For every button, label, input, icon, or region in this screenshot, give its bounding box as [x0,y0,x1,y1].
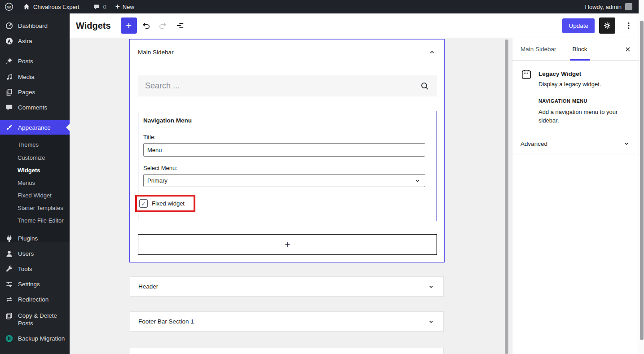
submenu-item-fixed-widget[interactable]: Fixed Widget [0,189,70,201]
submenu-item-themes[interactable]: Themes [0,138,70,151]
inspector-tabs: Main Sidebar Block [512,38,639,61]
collapse-chevron-up-icon[interactable] [428,48,436,56]
redirect-arrows-icon [5,295,13,304]
widget-area-title: Main Sidebar [138,49,174,56]
tab-main-sidebar[interactable]: Main Sidebar [512,38,565,61]
tab-block[interactable]: Block [565,38,595,61]
advanced-panel-toggle[interactable]: Advanced [512,133,639,154]
selected-menu-value: Primary [147,177,168,184]
home-icon [22,3,31,11]
sidebar-item-settings[interactable]: Settings [0,276,70,292]
astra-icon [5,37,13,45]
redo-icon [158,21,168,31]
list-view-icon [175,21,185,31]
checkmark-icon: ✓ [141,200,146,207]
redo-button[interactable] [155,17,171,34]
variation-title: NAVIGATION MENU [538,98,635,104]
wordpress-logo-icon: W [4,2,13,11]
submenu-item-menus[interactable]: Menus [0,176,70,189]
gear-icon [603,21,612,30]
menu-select-dropdown[interactable]: Primary [143,174,425,187]
current-menu-arrow [66,124,70,131]
search-icon [420,81,430,91]
update-button[interactable]: Update [562,18,595,33]
select-menu-label: Select Menu: [143,165,432,171]
admin-bar: W Chivalrous Expert 0 + New Howdy, admin [0,0,639,13]
submenu-item-widgets[interactable]: Widgets [0,164,70,176]
widget-area-panel-partial[interactable] [130,348,444,354]
avatar[interactable] [625,3,632,10]
settings-toggle-button[interactable] [599,17,615,34]
submenu-item-theme-file-editor[interactable]: Theme File Editor [0,214,70,227]
sidebar-item-plugins[interactable]: Plugins [0,231,70,246]
sidebar-item-media[interactable]: Media [0,69,70,84]
sidebar-item-tools[interactable]: Tools [0,261,70,276]
block-title: Legacy Widget [538,70,635,77]
sidebar-item-posts[interactable]: Posts [0,53,70,69]
brush-icon [5,123,13,132]
main-sidebar-widget-group[interactable]: Main Sidebar Search ... Navigation Menu … [129,39,445,262]
block-inserter-button[interactable]: + [121,17,137,34]
user-icon [5,249,13,258]
widget-area-panel-footer-bar-1[interactable]: Footer Bar Section 1 [130,311,444,332]
advanced-label: Advanced [520,140,547,147]
wordpress-menu[interactable]: W [0,0,18,13]
block-appender-button[interactable]: + [138,234,437,255]
legacy-widget-icon [520,69,532,125]
new-content-menu[interactable]: + New [111,0,139,13]
admin-menu: Dashboard Astra Posts Media Pages Commen… [0,13,70,354]
options-menu-button[interactable] [621,17,637,34]
site-link[interactable]: Chivalrous Expert [18,0,84,13]
sidebar-item-backup-migration[interactable]: b Backup Migration [0,331,70,346]
media-icon [5,73,13,81]
submenu-item-starter-templates[interactable]: Starter Templates [0,201,70,214]
sidebar-item-redirection[interactable]: Redirection [0,292,70,307]
undo-icon [141,21,151,31]
fixed-widget-label: Fixed widget [152,200,185,207]
wrench-icon [5,265,13,273]
sidebar-item-comments[interactable]: Comments [0,100,70,115]
variation-description: Add a navigation menu to your sidebar. [538,108,635,125]
comments-count: 0 [103,4,106,10]
select-chevron-down-icon [414,177,421,184]
sidebar-item-pages[interactable]: Pages [0,84,70,100]
close-icon [624,45,632,53]
close-sidebar-button[interactable] [622,44,633,55]
comment-icon [5,103,13,112]
editor-toolbar: Widgets + Update [70,13,644,38]
block-description: Display a legacy widget. [538,81,635,87]
page-scrollbar-thumb[interactable] [640,21,644,340]
widgets-editor-page: W Chivalrous Expert 0 + New Howdy, admin [0,0,644,354]
comment-bubble-icon [93,3,101,11]
plus-icon: + [115,2,120,11]
chevron-down-icon [622,140,631,148]
sliders-icon [5,280,13,288]
comments-bubble[interactable]: 0 [88,0,111,13]
sidebar-item-copy-delete-posts[interactable]: Copy & Delete Posts [0,310,70,330]
search-widget-block[interactable]: Search ... [138,75,437,96]
canvas-scrollbar[interactable] [505,39,508,354]
settings-sidebar: Main Sidebar Block Legacy Widget Display… [512,38,639,354]
plug-icon [5,234,13,243]
pages-icon [5,88,13,96]
list-view-button[interactable] [172,17,188,34]
search-placeholder-text: Search ... [145,81,180,91]
dashboard-icon [5,22,13,30]
widget-area-panel-header[interactable]: Header [130,276,444,297]
submenu-item-customize[interactable]: Customize [0,151,70,164]
fixed-widget-checkbox[interactable]: ✓ [139,199,148,208]
navigation-menu-widget-block[interactable]: Navigation Menu Title: Select Menu: Prim… [138,111,437,221]
plus-icon: + [285,240,290,250]
sidebar-item-users[interactable]: Users [0,246,70,261]
sidebar-item-dashboard[interactable]: Dashboard [0,18,70,33]
annotation-highlight-box: ✓ Fixed widget [135,195,195,212]
howdy-text[interactable]: Howdy, admin [585,4,622,10]
widget-title-input[interactable] [143,143,425,157]
kebab-menu-icon [624,21,633,30]
sidebar-item-astra[interactable]: Astra [0,33,70,48]
pushpin-icon [5,57,13,66]
page-scrollbar-track[interactable] [639,0,644,354]
sidebar-item-appearance[interactable]: Appearance [0,120,70,135]
backup-logo-icon: b [5,334,13,343]
undo-button[interactable] [138,17,154,34]
